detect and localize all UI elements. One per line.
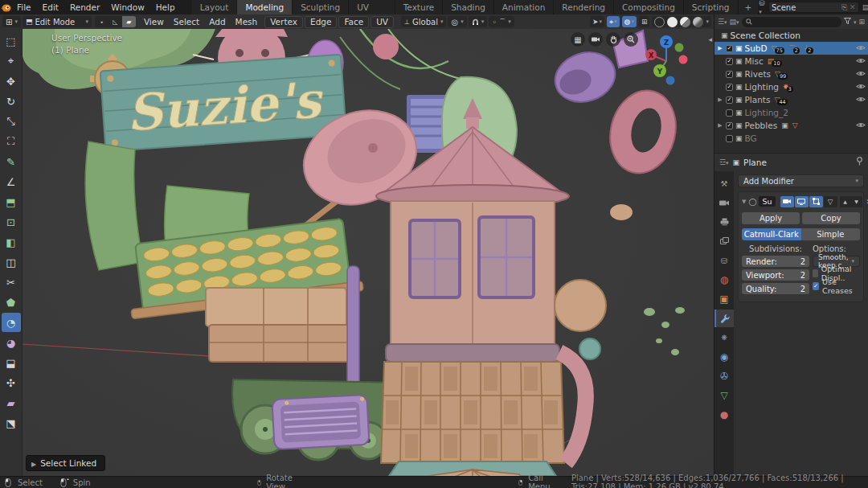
workspace-tab-sculpting[interactable]: Sculpting bbox=[293, 0, 349, 14]
outliner-row-bg[interactable]: ▣BG bbox=[714, 132, 868, 145]
modifier-render-toggle[interactable] bbox=[780, 196, 794, 207]
expand-icon[interactable]: ▶ bbox=[717, 122, 723, 129]
collection-checkbox[interactable]: ✓ bbox=[726, 45, 733, 52]
tab-render[interactable] bbox=[714, 194, 734, 211]
optimal-display-checkbox[interactable] bbox=[813, 269, 818, 277]
viewport-menu-select[interactable]: Select bbox=[169, 14, 204, 29]
outliner-row-misc[interactable]: ✓▣Misc▤10 bbox=[714, 55, 868, 68]
catmull-clark-button[interactable]: Catmull-Clark bbox=[742, 228, 801, 240]
tool-spin-icon[interactable]: ◔ bbox=[2, 313, 21, 332]
workspace-tab-shading[interactable]: Shading bbox=[443, 0, 494, 14]
modifier-expand-icon[interactable]: ▼ bbox=[742, 199, 746, 205]
operator-panel[interactable]: ▶Select Linked bbox=[26, 455, 105, 471]
tab-particles[interactable]: ❋ bbox=[714, 329, 734, 347]
collection-checkbox[interactable]: ✓ bbox=[726, 84, 733, 91]
apply-button[interactable]: Apply bbox=[742, 212, 800, 224]
tool-bevel-icon[interactable]: ◧ bbox=[2, 232, 21, 252]
workspace-tab-animation[interactable]: Animation bbox=[494, 0, 555, 14]
unlink-scene-icon[interactable]: ✕ bbox=[850, 3, 856, 11]
add-workspace-button[interactable]: + bbox=[739, 0, 760, 14]
field-render[interactable]: Render:2 bbox=[742, 256, 809, 267]
workspace-tab-scripting[interactable]: Scripting bbox=[684, 0, 739, 14]
sidebar-collapse-arrow[interactable]: ◂ bbox=[708, 35, 712, 43]
field-viewport[interactable]: Viewport:2 bbox=[742, 269, 809, 281]
move-modifier-down-button[interactable]: ▼ bbox=[851, 196, 862, 207]
scene-collection-row[interactable]: ▣ Scene Collection bbox=[714, 29, 868, 42]
workspace-tab-layout[interactable]: Layout bbox=[192, 0, 238, 14]
visibility-eye-icon[interactable] bbox=[856, 82, 866, 92]
tool-measure-icon[interactable]: ∠ bbox=[2, 172, 21, 191]
tab-tool[interactable]: ⚒ bbox=[714, 174, 734, 192]
workspace-tab-rendering[interactable]: Rendering bbox=[554, 0, 614, 14]
visibility-eye-icon[interactable] bbox=[856, 69, 866, 79]
menu-render[interactable]: Render bbox=[64, 0, 105, 14]
pivot-point-dropdown[interactable]: ◎▾ bbox=[448, 16, 466, 27]
zoom-view-button[interactable] bbox=[624, 32, 638, 47]
navigation-gizmo[interactable]: Z X Y bbox=[641, 32, 691, 85]
outliner-display-mode-icon[interactable]: ▤▾ bbox=[730, 18, 739, 26]
tab-material[interactable]: ● bbox=[714, 406, 734, 424]
element-menu-edge[interactable]: Edge bbox=[305, 16, 337, 28]
show-gizmo-dropdown[interactable]: ➤▾ bbox=[590, 16, 604, 27]
viewport-menu-view[interactable]: View bbox=[139, 14, 169, 29]
visibility-eye-icon[interactable] bbox=[856, 95, 866, 105]
rendered-shading-icon[interactable] bbox=[693, 17, 703, 27]
scene-selector[interactable]: Scene ⎘ ✕ bbox=[768, 2, 859, 13]
outliner-row-plants[interactable]: ▶✓▣Plants▽44 bbox=[714, 93, 868, 106]
new-collection-icon[interactable]: ⊞ bbox=[858, 18, 865, 26]
collection-checkbox[interactable] bbox=[726, 109, 733, 117]
outliner-row-lighting[interactable]: ✓▣Lighting✸3 bbox=[714, 80, 868, 93]
solid-shading-icon[interactable] bbox=[667, 17, 678, 27]
menu-file[interactable]: File bbox=[11, 0, 37, 14]
tool-extrude-region-icon[interactable]: ⬒ bbox=[2, 192, 21, 211]
new-scene-icon[interactable]: ⎘ bbox=[841, 3, 847, 12]
menu-help[interactable]: Help bbox=[150, 0, 181, 14]
mode-dropdown[interactable]: ⬒ Edit Mode ▾ bbox=[23, 16, 92, 27]
edge-select-mode-button[interactable]: ◺ bbox=[108, 16, 122, 27]
blender-logo-icon[interactable] bbox=[0, 0, 11, 14]
element-menu-face[interactable]: Face bbox=[338, 16, 369, 28]
tool-rip-region-icon[interactable]: ⬔ bbox=[2, 413, 21, 433]
tool-smooth-icon[interactable]: ◕ bbox=[2, 333, 21, 352]
workspace-tab-compositing[interactable]: Compositing bbox=[614, 0, 684, 14]
tool-cursor-icon[interactable]: ⌖ bbox=[2, 51, 21, 71]
viewlayer-browse-icon[interactable]: ▤▾ bbox=[862, 3, 868, 11]
editor-type-icon[interactable]: ⊞▾ bbox=[2, 16, 21, 27]
use-creases-checkbox[interactable]: ✓ bbox=[813, 282, 819, 290]
tool-transform-icon[interactable]: ⛶ bbox=[2, 132, 21, 151]
menu-window[interactable]: Window bbox=[105, 0, 149, 14]
vertex-select-mode-button[interactable]: ∙ bbox=[95, 16, 108, 27]
element-menu-vertex[interactable]: Vertex bbox=[264, 16, 303, 28]
tab-modifiers[interactable] bbox=[714, 310, 734, 327]
tab-view-layer[interactable] bbox=[714, 232, 734, 250]
tool-loop-cut-icon[interactable]: ◫ bbox=[2, 252, 21, 272]
add-modifier-dropdown[interactable]: Add Modifier ▾ bbox=[738, 174, 864, 187]
viewport-menu-add[interactable]: Add bbox=[204, 14, 230, 29]
outliner-row-pebbles[interactable]: ▶✓▣Pebbles▣▽ bbox=[714, 119, 868, 132]
outliner-row-rivets[interactable]: ✓▣Rivets▽99 bbox=[714, 68, 868, 80]
tool-edge-slide-icon[interactable]: ⬓ bbox=[2, 353, 21, 372]
snap-magnet-toggle[interactable]: ▾ bbox=[469, 16, 488, 27]
material-shading-icon[interactable] bbox=[680, 17, 690, 27]
tab-output[interactable] bbox=[714, 213, 734, 231]
move-modifier-up-button[interactable]: ▲ bbox=[840, 196, 851, 207]
tab-physics[interactable]: ◉ bbox=[714, 348, 734, 366]
tool-select-box-icon[interactable]: ⬚ bbox=[2, 31, 21, 51]
collection-checkbox[interactable]: ✓ bbox=[726, 122, 733, 129]
use-creases-row[interactable]: ✓ Use Creases bbox=[813, 280, 860, 293]
tool-knife-icon[interactable]: ✂ bbox=[2, 273, 21, 292]
tool-inset-faces-icon[interactable]: ⊡ bbox=[2, 212, 21, 232]
expand-icon[interactable]: ▶ bbox=[717, 96, 723, 103]
pin-icon[interactable] bbox=[856, 157, 863, 168]
viewport-menu-mesh[interactable]: Mesh bbox=[231, 14, 263, 29]
outliner-search-input[interactable] bbox=[742, 17, 841, 27]
tool-annotate-icon[interactable]: ✎ bbox=[2, 152, 21, 171]
tool-move-icon[interactable]: ✥ bbox=[2, 72, 21, 91]
tab-object-data[interactable]: ▽ bbox=[714, 387, 734, 404]
element-menu-uv[interactable]: UV bbox=[371, 16, 394, 28]
modifier-viewport-toggle[interactable] bbox=[795, 196, 809, 207]
outliner-editor-type-icon[interactable]: ☰▾ bbox=[718, 18, 727, 26]
workspace-tab-texture-paint[interactable]: Texture Paint bbox=[395, 0, 443, 14]
transform-orientation-dropdown[interactable]: ⊥ Global ▾ bbox=[401, 16, 446, 27]
workspace-tab-uv-editing[interactable]: UV Editing bbox=[349, 0, 395, 14]
